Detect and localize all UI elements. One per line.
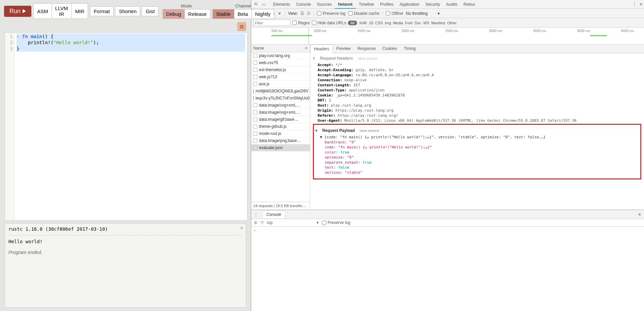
header-line: Host: play.rust-lang.org bbox=[313, 103, 641, 108]
payload-line: separate_output: true bbox=[315, 160, 638, 165]
payload-line: backtrace: "0" bbox=[315, 140, 638, 145]
release-button[interactable]: Release bbox=[185, 9, 210, 19]
type-media[interactable]: Media bbox=[393, 21, 403, 25]
request-detail: Headers Preview Response Cookies Timing … bbox=[310, 45, 644, 209]
close-detail-icon[interactable]: ✕ bbox=[304, 46, 308, 51]
asm-button[interactable]: ASM bbox=[33, 3, 52, 19]
filter-icon[interactable]: ▼ bbox=[277, 11, 282, 16]
request-item[interactable]: theme-github.js bbox=[251, 123, 310, 130]
view-label: View: bbox=[288, 11, 298, 16]
header-line: Referer: https://play.rust-lang.org/ bbox=[313, 113, 641, 118]
request-item[interactable]: data:image/svg+xml,… bbox=[251, 102, 310, 109]
console-tab[interactable]: Console bbox=[262, 210, 286, 218]
context-select[interactable]: top bbox=[267, 220, 273, 225]
debug-button[interactable]: Debug bbox=[163, 9, 185, 19]
header-line: Accept-Language: ru-RU,ru;q=0.8,en-US;q=… bbox=[313, 73, 641, 78]
tab-application[interactable]: Application bbox=[397, 0, 422, 9]
type-font[interactable]: Font bbox=[405, 21, 413, 25]
code-area[interactable]: ▾ fn main() { println!("Hello world!"); … bbox=[14, 33, 247, 220]
header-line: Cookie: _ga=GA1.2.1499685430.1483962878 bbox=[313, 93, 641, 98]
stdout-line: Hello world! bbox=[8, 239, 242, 244]
tab-timeline[interactable]: Timeline bbox=[356, 0, 377, 9]
console-preserve-checkbox[interactable]: Preserve log bbox=[322, 220, 350, 225]
beta-button[interactable]: Beta bbox=[234, 9, 252, 19]
view-list-icon[interactable]: ☰ bbox=[300, 11, 304, 16]
channel-label: Channel bbox=[235, 3, 252, 8]
devtools-pane: ⇱ ▭ Elements Console Sources Network Tim… bbox=[251, 0, 644, 311]
filter-console-icon[interactable]: ▽ bbox=[261, 220, 264, 225]
llvm-button[interactable]: LLVM IR bbox=[52, 3, 72, 19]
drawer-menu-icon[interactable]: ⋮ bbox=[251, 212, 261, 217]
payload-line: code: "fn main() {↵ println!("Hello worl… bbox=[315, 145, 638, 150]
console-body[interactable]: › bbox=[251, 227, 644, 311]
run-button[interactable]: Run bbox=[4, 6, 31, 17]
type-all[interactable]: All bbox=[348, 21, 357, 25]
request-item[interactable]: ace.js bbox=[251, 81, 310, 88]
request-item[interactable]: data:image/svg+xml,… bbox=[251, 109, 310, 116]
more-icon[interactable]: ⋮ bbox=[633, 2, 637, 7]
type-ws[interactable]: WS bbox=[423, 21, 429, 25]
request-item[interactable]: mode-rust.js bbox=[251, 130, 310, 137]
disable-cache-checkbox[interactable]: Disable cache bbox=[348, 11, 379, 16]
console-drawer: ⋮ Console ✕ ⊘ ▽ top ▾ Preserve log › bbox=[251, 210, 644, 311]
nightly-button[interactable]: Nightly bbox=[252, 9, 274, 19]
request-item[interactable]: mrl8jkM18OlOQN8JLgasD9V… bbox=[251, 88, 310, 95]
program-ended: Program ended. bbox=[8, 250, 242, 255]
type-other[interactable]: Other bbox=[447, 21, 457, 25]
hide-data-checkbox[interactable]: Hide data URLs bbox=[312, 21, 346, 25]
request-item[interactable]: data:image/png;base… bbox=[251, 137, 310, 144]
type-manifest[interactable]: Manifest bbox=[431, 21, 445, 25]
regex-checkbox[interactable]: Regex bbox=[292, 21, 310, 25]
preserve-log-checkbox[interactable]: Preserve log bbox=[317, 11, 345, 16]
network-timeline[interactable]: 500 ms1000 ms1500 ms2000 ms2500 ms3000 m… bbox=[251, 28, 644, 45]
stable-button[interactable]: Stable bbox=[212, 9, 234, 19]
view-source-link[interactable]: view source bbox=[359, 128, 379, 133]
tab-security[interactable]: Security bbox=[422, 0, 443, 9]
offline-checkbox[interactable]: Offline bbox=[386, 11, 403, 16]
filter-row: Regex Hide data URLs All XHR JS CSS Img … bbox=[251, 18, 644, 28]
request-item[interactable]: leqv3v-yTsJNC7nFznSMqUo0… bbox=[251, 95, 310, 102]
mir-button[interactable]: MIR bbox=[72, 3, 88, 19]
request-item[interactable]: data:image/gif;base… bbox=[251, 116, 310, 123]
type-xhr[interactable]: XHR bbox=[359, 21, 367, 25]
tab-network[interactable]: Network bbox=[335, 0, 356, 9]
tab-sources[interactable]: Sources bbox=[314, 0, 335, 9]
throttle-select[interactable]: No throttling ▾ bbox=[406, 11, 440, 16]
close-drawer-icon[interactable]: ✕ bbox=[635, 212, 644, 217]
request-item[interactable]: web.css?5 bbox=[251, 59, 310, 66]
header-line: Connection: keep-alive bbox=[313, 78, 641, 83]
tab-audits[interactable]: Audits bbox=[443, 0, 460, 9]
playground-pane: Run ASM LLVM IR MIR Format Shorten Gist … bbox=[0, 0, 251, 311]
play-icon bbox=[23, 9, 26, 13]
format-button[interactable]: Format bbox=[90, 6, 114, 16]
request-item[interactable]: ext-themelist.js bbox=[251, 66, 310, 74]
shorten-button[interactable]: Shorten bbox=[116, 6, 141, 16]
filter-input[interactable] bbox=[253, 20, 290, 26]
detail-tab-response[interactable]: Response bbox=[354, 45, 379, 53]
detail-tab-timing[interactable]: Timing bbox=[400, 45, 419, 53]
tab-profiles[interactable]: Profiles bbox=[377, 0, 397, 9]
settings-button[interactable]: ⚙ bbox=[237, 22, 246, 31]
tab-console[interactable]: Console bbox=[293, 0, 314, 9]
request-item[interactable]: web.js?13 bbox=[251, 74, 310, 81]
tab-redux[interactable]: Redux bbox=[460, 0, 478, 9]
type-img[interactable]: Img bbox=[385, 21, 391, 25]
request-item[interactable]: play.rust-lang.org bbox=[251, 52, 310, 59]
type-js[interactable]: JS bbox=[369, 21, 373, 25]
type-css[interactable]: CSS bbox=[375, 21, 383, 25]
compiler-line: rustc 1.16.0 (30cf806ef 2017-03-10) bbox=[8, 226, 242, 232]
gist-button[interactable]: Gist bbox=[142, 6, 158, 16]
devtools-topbar: ⇱ ▭ Elements Console Sources Network Tim… bbox=[251, 0, 644, 9]
close-devtools-icon[interactable]: ✕ bbox=[639, 2, 643, 7]
view-frame-icon[interactable]: ☱ bbox=[307, 11, 311, 16]
payload-highlight: ▼Request Payloadview source ▼ {code: "fn… bbox=[313, 124, 641, 179]
code-editor[interactable]: 1 2 3 ▾ fn main() { println!("Hello worl… bbox=[5, 32, 247, 221]
type-doc[interactable]: Doc bbox=[415, 21, 421, 25]
name-header: Name bbox=[253, 46, 264, 51]
close-output-button[interactable]: ✕ bbox=[240, 225, 243, 230]
detail-tab-cookies[interactable]: Cookies bbox=[379, 45, 400, 53]
detail-tab-headers[interactable]: Headers bbox=[310, 45, 333, 53]
request-item[interactable]: evaluate.json bbox=[251, 144, 310, 151]
detail-tab-preview[interactable]: Preview bbox=[333, 45, 354, 53]
clear-console-icon[interactable]: ⊘ bbox=[254, 220, 257, 225]
